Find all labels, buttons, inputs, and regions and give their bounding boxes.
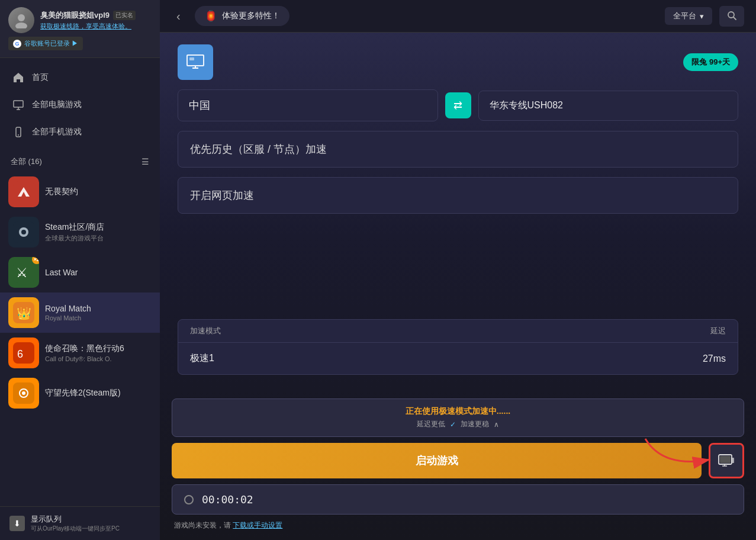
content-area: 限兔 99+天 中国 ⇄ 华东专线USH082 优先历史（区服 / 节点）加速 … <box>160 33 756 540</box>
game-thumb-overwatch <box>8 378 39 409</box>
game-subtitle-cod: Call of Duty®: Black O. <box>45 355 152 362</box>
sidebar-footer[interactable]: ⬇ 显示队列 可从OurPlay移动端一键同步至PC <box>0 506 160 540</box>
game-list: 无畏契约 Steam社区/商店 全球最大的游戏平台 ⚔ <box>0 172 160 506</box>
google-login-button[interactable]: G 谷歌账号已登录 ▶ <box>8 37 83 50</box>
promo-text: 体验更多特性！ <box>222 11 280 21</box>
region-from-box[interactable]: 中国 <box>178 89 438 121</box>
server-box[interactable]: 华东专线USH082 <box>478 91 739 121</box>
game-title-lastwar: Last War <box>45 268 152 277</box>
game-item-cod[interactable]: 6 使命召唤：黑色行动6 Call of Duty®: Black O. <box>0 333 160 373</box>
footer-title: 显示队列 <box>31 514 120 525</box>
nav-home[interactable]: 首页 <box>0 64 160 91</box>
game-thumb-cod: 6 <box>8 338 39 368</box>
svg-rect-15 <box>13 342 34 364</box>
monitor-nav-icon <box>12 98 25 111</box>
google-login-text: 谷歌账号已登录 ▶ <box>24 39 78 48</box>
game-title-overwatch: 守望先锋2(Steam版) <box>45 388 152 398</box>
main: ‹ 🏮 体验更多特性！ 全平台 ▾ <box>160 0 756 540</box>
game-title-cod: 使命召唤：黑色行动6 <box>45 343 152 354</box>
topbar: ‹ 🏮 体验更多特性！ 全平台 ▾ <box>160 0 756 33</box>
speed-col1-header: 加速模式 <box>190 326 655 336</box>
speed-table: 加速模式 延迟 极速1 27ms <box>178 319 738 375</box>
svg-text:6: 6 <box>17 348 23 360</box>
back-button[interactable]: ‹ <box>172 7 185 25</box>
svg-rect-28 <box>720 456 731 463</box>
region-from-label: 中国 <box>189 98 210 112</box>
action-row: 启动游戏 <box>172 443 744 478</box>
status-sub2: 加速更稳 <box>461 419 489 429</box>
timer-row: 00:00:02 <box>172 484 744 515</box>
monitor-icon-box <box>178 44 213 80</box>
option-history[interactable]: 优先历史（区服 / 节点）加速 <box>178 131 738 168</box>
game-title-royalmatch: Royal Match <box>45 304 152 313</box>
chevron-down-icon: ▾ <box>700 12 704 21</box>
top-row: 限兔 99+天 <box>178 44 738 80</box>
google-icon: G <box>13 40 21 48</box>
game-item-wuji[interactable]: 无畏契约 <box>0 172 160 212</box>
promo-banner[interactable]: 🏮 体验更多特性！ <box>195 6 289 26</box>
game-thumb-lastwar: ⚔ ×2 <box>8 257 39 288</box>
launch-button[interactable]: 启动游戏 <box>172 443 702 478</box>
queue-icon: ⬇ <box>9 516 25 531</box>
verified-badge: 已实名 <box>113 11 136 20</box>
check-icon: ✓ <box>450 420 456 429</box>
nav-pc-games-label: 全部电脑游戏 <box>32 99 82 110</box>
svg-line-21 <box>734 17 736 20</box>
status-bar: 正在使用极速模式加速中...... 延迟更低 ✓ 加速更稳 ∧ <box>172 398 744 437</box>
status-text: 正在使用极速模式加速中...... <box>183 406 733 417</box>
user-panel: 臭美的猫眼挠姐vpl9 已实名 获取极速线路，享受高速体验。 G 谷歌账号已登录… <box>0 0 160 58</box>
platform-label: 全平台 <box>673 11 696 21</box>
svg-rect-31 <box>731 458 734 463</box>
speed-row: 极速1 27ms <box>178 343 738 374</box>
game-item-royalmatch[interactable]: 👑 Royal Match Royal Match <box>0 292 160 333</box>
game-item-lastwar[interactable]: ⚔ ×2 Last War <box>0 252 160 292</box>
nav-pc-games[interactable]: 全部电脑游戏 <box>0 91 160 118</box>
nav-items: 首页 全部电脑游戏 全部手机游戏 <box>0 58 160 152</box>
svg-rect-23 <box>188 56 203 65</box>
svg-point-10 <box>21 230 26 234</box>
option-web[interactable]: 开启网页加速 <box>178 177 738 214</box>
svg-rect-2 <box>14 101 23 107</box>
screen-record-button[interactable] <box>709 443 744 478</box>
svg-text:⚔: ⚔ <box>16 265 28 280</box>
bottom-controls: 正在使用极速模式加速中...... 延迟更低 ✓ 加速更稳 ∧ 启动游戏 <box>160 393 756 540</box>
install-note: 游戏尚未安装，请 下载或手动设置 <box>172 520 744 531</box>
platform-selector[interactable]: 全平台 ▾ <box>665 7 712 25</box>
footer-subtitle: 可从OurPlay移动端一键同步至PC <box>31 525 120 533</box>
game-subtitle-royalmatch: Royal Match <box>45 314 152 322</box>
game-thumb-steam <box>8 217 39 247</box>
timer-dot <box>184 495 194 504</box>
svg-point-6 <box>18 134 19 136</box>
lantern-icon: 🏮 <box>204 9 217 22</box>
game-item-overwatch[interactable]: 守望先锋2(Steam版) <box>0 373 160 413</box>
status-sub1: 延迟更低 <box>417 419 445 429</box>
speed-col2-header: 延迟 <box>655 326 726 336</box>
home-icon <box>12 71 25 84</box>
timer-display: 00:00:02 <box>202 493 253 506</box>
accelerator-panel: 限兔 99+天 中国 ⇄ 华东专线USH082 优先历史（区服 / 节点）加速 … <box>160 33 756 393</box>
game-title-steam: Steam社区/商店 <box>45 222 152 233</box>
nav-mobile-games-label: 全部手机游戏 <box>32 127 82 137</box>
game-thumb-wuji <box>8 176 39 207</box>
svg-point-0 <box>18 14 25 21</box>
option-web-label: 开启网页加速 <box>190 189 254 201</box>
user-promo[interactable]: 获取极速线路，享受高速体验。 <box>40 22 152 31</box>
svg-point-19 <box>22 391 25 395</box>
list-view-toggle[interactable]: ☰ <box>141 157 149 166</box>
game-item-steam[interactable]: Steam社区/商店 全球最大的游戏平台 <box>0 212 160 252</box>
search-button[interactable] <box>719 6 744 27</box>
game-subtitle-steam: 全球最大的游戏平台 <box>45 234 152 243</box>
option-history-label: 优先历史（区服 / 节点）加速 <box>190 143 327 155</box>
game-title-wuji: 无畏契约 <box>45 187 152 197</box>
user-name: 臭美的猫眼挠姐vpl9 <box>40 10 110 21</box>
install-link[interactable]: 下载或手动设置 <box>233 521 282 529</box>
swap-button[interactable]: ⇄ <box>445 92 471 118</box>
nav-home-label: 首页 <box>32 72 49 83</box>
avatar <box>8 7 34 33</box>
game-thumb-royalmatch: 👑 <box>8 297 39 328</box>
speed-mode-label: 极速1 <box>190 352 655 365</box>
server-label: 华东专线USH082 <box>490 99 563 112</box>
game-list-header: 全部 (16) ☰ <box>0 152 160 172</box>
nav-mobile-games[interactable]: 全部手机游戏 <box>0 118 160 146</box>
svg-rect-26 <box>189 57 194 60</box>
